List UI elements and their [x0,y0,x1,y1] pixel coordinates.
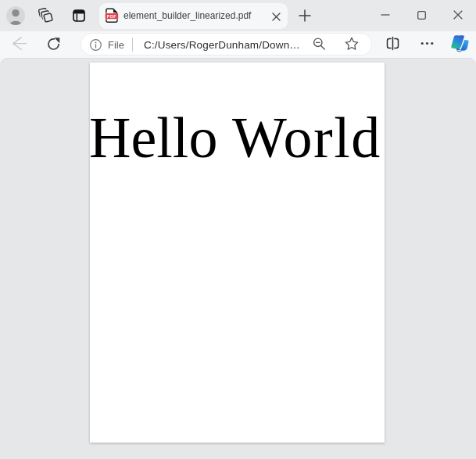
svg-text:PDF: PDF [107,14,116,19]
